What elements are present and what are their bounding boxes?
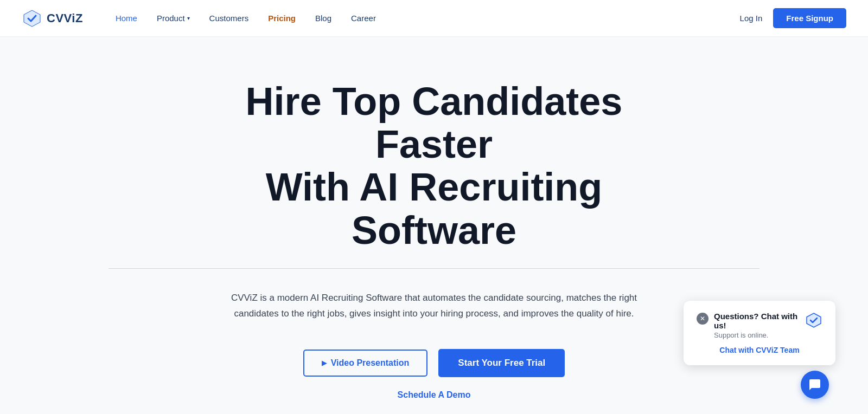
nav-item-customers[interactable]: Customers	[209, 14, 249, 23]
nav-item-career[interactable]: Career	[351, 14, 376, 23]
play-icon: ▶	[322, 359, 327, 367]
nav-item-product[interactable]: Product ▾	[157, 14, 190, 23]
chat-bubble-icon	[808, 378, 821, 391]
svg-marker-1	[807, 313, 821, 327]
login-link[interactable]: Log In	[740, 14, 763, 23]
nav-right: Log In Free Signup	[740, 8, 846, 28]
nav-links: Home Product ▾ Customers Pricing Blog Ca…	[116, 14, 740, 23]
start-trial-button[interactable]: Start Your Free Trial	[438, 349, 565, 377]
chat-popup: ✕ Questions? Chat with us! Support is on…	[684, 301, 835, 365]
chat-fab-button[interactable]	[801, 371, 829, 399]
chat-title: Questions? Chat with us!	[714, 312, 805, 330]
video-presentation-button[interactable]: ▶ Video Presentation	[303, 350, 428, 377]
close-chat-button[interactable]: ✕	[697, 313, 709, 325]
chat-status: Support is online.	[714, 331, 805, 339]
free-signup-button[interactable]: Free Signup	[773, 8, 846, 28]
chevron-down-icon: ▾	[187, 15, 190, 21]
nav-item-home[interactable]: Home	[116, 14, 137, 23]
hero-divider	[108, 268, 760, 269]
chat-team-link[interactable]: Chat with CVViZ Team	[697, 346, 822, 354]
hero-description: CVViZ is a modern AI Recruiting Software…	[222, 290, 646, 322]
hero-heading: Hire Top Candidates Faster With AI Recru…	[190, 80, 678, 252]
nav-item-pricing[interactable]: Pricing	[268, 14, 296, 23]
logo-icon	[22, 8, 42, 29]
schedule-demo-link[interactable]: Schedule A Demo	[22, 390, 846, 400]
navbar: CVViZ Home Product ▾ Customers Pricing B…	[0, 0, 868, 37]
nav-item-blog[interactable]: Blog	[315, 14, 331, 23]
cvviz-chat-logo-icon	[805, 312, 822, 329]
svg-marker-0	[24, 10, 40, 27]
logo-text: CVViZ	[47, 11, 83, 25]
chat-popup-header: ✕ Questions? Chat with us! Support is on…	[697, 312, 822, 339]
logo[interactable]: CVViZ	[22, 8, 83, 29]
